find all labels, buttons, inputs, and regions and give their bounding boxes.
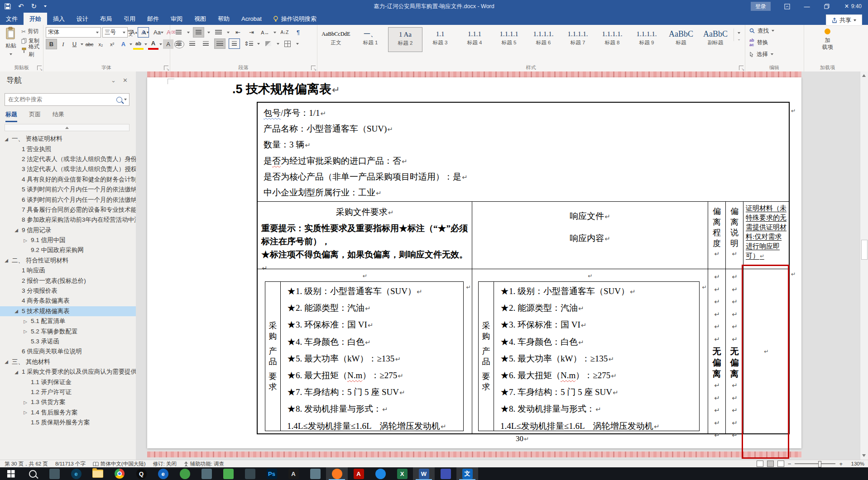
ribbon-tab-Acrobat[interactable]: Acrobat (235, 13, 268, 25)
edge-icon[interactable]: e (65, 467, 87, 480)
nav-search-box[interactable]: 在文档中搜索 (5, 93, 129, 106)
signin-button[interactable]: 登录 (751, 2, 771, 11)
borders-icon[interactable] (283, 39, 293, 48)
restore-button[interactable] (818, 0, 835, 13)
nav-heading-item[interactable]: 8 参加政府采购活动前3年内在经营活动中没有... (0, 215, 136, 225)
nav-heading-item[interactable]: 2 法定代表人（或非法人组织负责人）身份证明书 (0, 154, 136, 164)
chrome-icon[interactable] (109, 467, 130, 480)
font-color-icon[interactable]: A (148, 38, 158, 50)
photoshop-icon[interactable]: Ps (261, 467, 283, 480)
nav-heading-item[interactable]: 7 具备履行合同所必需的设备和专业技术能力声... (0, 205, 136, 215)
ribbon-tab-布局[interactable]: 布局 (94, 13, 118, 25)
app-dark-icon[interactable] (239, 467, 261, 480)
style-item-标题 4[interactable]: 1.1.1标题 4 (458, 27, 491, 51)
style-item-标题 1[interactable]: 一、标题 1 (354, 27, 387, 51)
ribbon-tab-开始[interactable]: 开始 (24, 13, 47, 25)
app-green-icon[interactable] (174, 467, 196, 480)
tell-me-search[interactable]: 操作说明搜索 (268, 13, 322, 25)
collapse-triangle-icon[interactable]: ◢ (14, 228, 19, 233)
multilevel-list-icon[interactable] (213, 28, 224, 37)
nav-heading-item[interactable]: 2 报价一览表(投标总价) (0, 276, 136, 285)
nav-tab-页面[interactable]: 页面 (29, 110, 41, 122)
nav-heading-item[interactable]: 9.2 中国政府采购网 (0, 245, 136, 255)
nav-pane-options-icon[interactable]: ⌄ (111, 77, 116, 84)
pinned-app-icon[interactable]: 文 (456, 467, 478, 480)
undo-icon[interactable]: ↶ (18, 2, 24, 10)
wechat-icon[interactable] (217, 467, 239, 480)
expand-triangle-icon[interactable]: ▷ (23, 410, 28, 415)
nav-heading-item[interactable]: 5 谈判时间前六个月内任一个月的依法缴纳税收... (0, 185, 136, 195)
nav-heading-item[interactable]: 6 谈判时间前六个月内任一个月的依法缴纳社会... (0, 195, 136, 204)
collapse-triangle-icon[interactable]: ◢ (4, 258, 9, 263)
search-options-caret-icon[interactable] (124, 99, 127, 100)
style-item-标题 5[interactable]: 1.1.1.1标题 5 (492, 27, 526, 51)
phonetic-guide-icon[interactable]: wén文 (125, 28, 136, 37)
nav-heading-item[interactable]: 1 营业执照 (0, 144, 136, 154)
nav-heading-item[interactable]: ◢9 信用记录 (0, 225, 136, 235)
nav-heading-item[interactable]: ▷5.2 车辆参数配置 (0, 326, 136, 336)
nav-tab-标题[interactable]: 标题 (5, 110, 17, 122)
acrobat-icon[interactable]: A (348, 467, 369, 480)
cut-button[interactable]: ✂剪切 (20, 27, 43, 36)
app-gray-icon[interactable] (196, 467, 217, 480)
styles-more-button[interactable]: ⌄ (734, 29, 742, 41)
scrollbar-thumb[interactable] (861, 240, 868, 260)
redo-icon[interactable]: ↻ (31, 2, 37, 10)
scroll-down-arrow-icon[interactable] (862, 454, 866, 457)
replace-button[interactable]: abac 替换 (745, 37, 804, 48)
style-item-标题 9[interactable]: 1.1.1.1.标题 9 (630, 27, 663, 51)
nav-heading-item[interactable]: 3 法定代表人（或非法人组织负责人）授权委托书 (0, 164, 136, 174)
app-black-icon[interactable]: A (283, 467, 304, 480)
style-item-标题 8[interactable]: 1.1.1.1.标题 8 (595, 27, 629, 51)
language-indicator[interactable]: 简体中文(中国大陆) (93, 461, 146, 467)
change-case-button[interactable]: Aa (153, 28, 164, 37)
bold-button[interactable]: B (46, 39, 57, 49)
select-button[interactable]: 选择 (745, 48, 804, 60)
sort-icon[interactable]: A↓Z (279, 28, 290, 37)
search-icon[interactable] (116, 97, 122, 103)
ribbon-tab-引用[interactable]: 引用 (118, 13, 141, 25)
file-explorer-icon[interactable] (87, 467, 109, 480)
search-button[interactable] (22, 467, 43, 480)
nav-heading-item[interactable]: ▷9.1 信用中国 (0, 235, 136, 245)
show-hide-marks-icon[interactable]: ¶ (293, 28, 303, 37)
nav-heading-item[interactable]: ◢5 技术规格偏离表 (0, 306, 136, 316)
justify-icon[interactable] (214, 38, 225, 49)
nav-heading-item[interactable]: 1 响应函 (0, 266, 136, 276)
ribbon-tab-设计[interactable]: 设计 (71, 13, 94, 25)
excel-icon[interactable]: X (391, 467, 413, 480)
ribbon-tab-审阅[interactable]: 审阅 (165, 13, 188, 25)
align-right-icon[interactable] (201, 39, 211, 48)
bullets-icon[interactable] (173, 28, 184, 37)
scroll-up-arrow-icon[interactable] (862, 74, 866, 77)
ribbon-tab-视图[interactable]: 视图 (188, 13, 212, 25)
strikethrough-button[interactable]: abc (84, 39, 95, 49)
nav-heading-item[interactable]: ◢一、 资格证明材料 (0, 134, 136, 144)
expand-triangle-icon[interactable]: ▷ (23, 400, 28, 405)
print-layout-icon[interactable] (767, 461, 774, 467)
nav-heading-item[interactable]: 4 具有良好的商业信誉和健全的财务会计制度的... (0, 175, 136, 185)
style-item-标题[interactable]: AaBbC标题 (664, 27, 698, 51)
word-icon[interactable]: W (413, 467, 435, 480)
zoom-in-button[interactable]: + (839, 461, 843, 467)
paste-button[interactable]: 粘贴 (2, 27, 20, 58)
document-page[interactable]: .5 技术规格偏离表↵ 包号/序号：1/1↵产品名称：小型普通客车（SUV)↵数… (147, 77, 801, 448)
zoom-slider-thumb[interactable] (818, 461, 821, 467)
nav-tab-结果[interactable]: 结果 (53, 110, 64, 122)
qat-customize-icon[interactable] (44, 5, 47, 7)
styles-dialog-launcher-icon[interactable] (739, 66, 743, 70)
font-size-combobox[interactable]: 三号 (102, 27, 128, 38)
nav-heading-item[interactable]: ▷1.4 售后服务方案 (0, 408, 136, 418)
document-canvas[interactable]: .5 技术规格偏离表↵ 包号/序号：1/1↵产品名称：小型普通客车（SUV)↵数… (136, 71, 868, 460)
nav-heading-item[interactable]: ◢1 采购文件要求的以及供应商认为需要提供的其... (0, 367, 136, 377)
align-center-icon[interactable] (187, 39, 197, 48)
ribbon-display-options-button[interactable] (778, 0, 796, 13)
align-left-icon[interactable] (173, 39, 184, 48)
collapse-triangle-icon[interactable]: ◢ (14, 309, 19, 314)
line-spacing-icon[interactable]: ⇕ (243, 39, 254, 48)
ribbon-tab-文件[interactable]: 文件 (0, 13, 24, 25)
style-item-标题 2[interactable]: 1 Aa标题 2 (388, 27, 422, 52)
ribbon-tab-帮助[interactable]: 帮助 (212, 13, 235, 25)
zoom-level[interactable]: 130% (846, 461, 864, 466)
zoom-slider[interactable] (795, 463, 835, 464)
